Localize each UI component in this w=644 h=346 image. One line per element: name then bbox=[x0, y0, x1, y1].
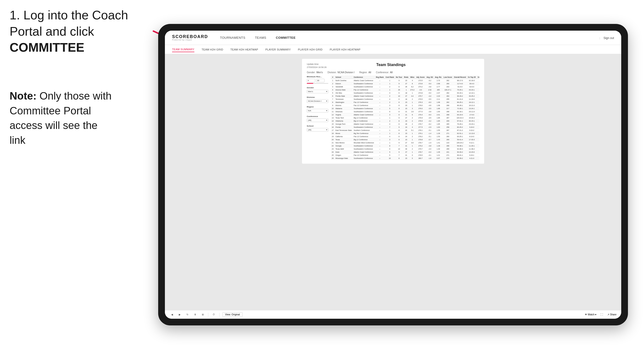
school-select-value: (All) bbox=[308, 129, 311, 131]
nav-committee[interactable]: COMMITTEE bbox=[276, 35, 296, 40]
table-row: 23Texas A&MSoutheastern Conference–91030… bbox=[331, 147, 479, 151]
subnav-team-h2h-grid[interactable]: TEAM H2H GRID bbox=[202, 47, 223, 52]
col-vs-top25: Vs Top 25 bbox=[467, 76, 477, 79]
region-filter: Region: All bbox=[359, 71, 371, 74]
col-rnds: Rnds bbox=[403, 76, 409, 79]
region-select[interactable]: N/A ▾ bbox=[307, 109, 328, 112]
header-right: | Sign out bbox=[600, 36, 614, 40]
gender-filter-label: Gender bbox=[307, 87, 328, 89]
section-title: Team Standings bbox=[327, 63, 456, 67]
table-row: 7TennesseeSoutheastern Conference–461822… bbox=[331, 98, 479, 101]
note-area: Note: Only those with Committee Portal a… bbox=[10, 89, 113, 147]
table-row: 19CaliforniaPac-12 Conference–48242278.2… bbox=[331, 135, 479, 138]
table-row: 1North CarolinaAtlantic Coast Conference… bbox=[331, 79, 479, 82]
division-select[interactable]: NCAA Division I ▾ bbox=[307, 99, 328, 103]
conference-label: Conference: bbox=[376, 71, 389, 74]
table-row: 25OregonPac-12 Conference–57210278.5-3.1… bbox=[331, 154, 479, 157]
content-card: Update time: 27/03/2024 16:56:26 Team St… bbox=[302, 59, 484, 164]
instruction-area: 1. Log into the Coach Portal and click C… bbox=[10, 7, 148, 56]
region-value: All bbox=[368, 71, 371, 74]
conference-filter-label: Conference bbox=[307, 115, 328, 118]
school-select[interactable]: (All) ▾ bbox=[307, 128, 328, 132]
col-overall-record: Overall Record bbox=[453, 76, 467, 79]
subnav-team-h2h-heatmap[interactable]: TEAM H2H HEATMAP bbox=[230, 47, 258, 52]
table-header-row: # School Conference Reg Rank Conf Rank N… bbox=[331, 76, 479, 79]
region-filter-label: Region bbox=[307, 106, 328, 108]
subnav-player-h2h-heatmap[interactable]: PLAYER H2H HEATMAP bbox=[330, 47, 360, 52]
division-chevron-icon: ▾ bbox=[326, 100, 327, 102]
conference-select[interactable]: (All) ▾ bbox=[307, 118, 328, 122]
sign-out-btn[interactable]: Sign out bbox=[604, 36, 614, 40]
school-filter-label: School bbox=[307, 125, 328, 127]
rounds-slider[interactable] bbox=[307, 83, 328, 84]
gender-select[interactable]: Men's ▾ bbox=[307, 90, 328, 93]
tablet-frame: SCOREBOARD Powered by clippd TOURNAMENTS… bbox=[158, 24, 628, 326]
forward-btn[interactable]: ▶ bbox=[177, 313, 182, 317]
table-row: 3VanderbiltSoutheastern Conference–28266… bbox=[331, 85, 479, 88]
region-chevron-icon: ▾ bbox=[326, 110, 327, 112]
view-original-btn[interactable]: View: Original bbox=[222, 312, 242, 317]
table-row: 4Arizona StatePac-12 Conference–1261274.… bbox=[331, 88, 479, 91]
nav-tournaments[interactable]: TOURNAMENTS bbox=[220, 35, 246, 40]
logo-main: SCOREBOARD bbox=[172, 34, 208, 39]
col-conference: Conference bbox=[353, 76, 375, 79]
update-time-value: 27/03/2024 16:56:26 bbox=[307, 66, 327, 69]
col-wins: Wins bbox=[409, 76, 416, 79]
download-btn[interactable]: ⬇ bbox=[193, 313, 198, 317]
filter-row: Gender: Men's Division: NCAA Division I … bbox=[307, 71, 479, 74]
toolbar-sep-1 bbox=[208, 313, 208, 317]
table-row: 8WashingtonPac-12 Conference–28231276.3-… bbox=[331, 101, 479, 104]
min-rounds-label: Minimum Rou... bbox=[307, 76, 328, 78]
division-value: NCAA Division I bbox=[338, 71, 354, 74]
division-label: Division: bbox=[328, 71, 337, 74]
conference-select-value: (All) bbox=[308, 119, 311, 121]
table-row: 21New MexicoMountain West Conference–192… bbox=[331, 141, 479, 144]
timer-icon: ⏱ bbox=[211, 313, 216, 317]
gender-group: Gender Men's ▾ bbox=[307, 87, 328, 93]
subnav-team-summary[interactable]: TEAM SUMMARY bbox=[172, 47, 194, 52]
subnav-player-h2h-grid[interactable]: PLAYER H2H GRID bbox=[298, 47, 322, 52]
sidebar-filters: Minimum Rou... Gender Men's ▾ bbox=[307, 76, 328, 160]
subnav-player-summary[interactable]: PLAYER SUMMARY bbox=[265, 47, 291, 52]
table-row: 11ArkansasSoutheastern Conference–68212.… bbox=[331, 110, 479, 113]
update-time-label: Update time: bbox=[307, 63, 327, 66]
division-filter-label: Division bbox=[307, 96, 328, 98]
table-row: 2AuburnSoutheastern Conference–19276273.… bbox=[331, 82, 479, 85]
main-content: Update time: 27/03/2024 16:56:26 Team St… bbox=[165, 54, 621, 310]
refresh-btn[interactable]: ↻ bbox=[185, 313, 190, 317]
conference-group: Conference (All) ▾ bbox=[307, 115, 328, 122]
table-row: 9ArizonaPac-12 Conference–38231278.0-4.6… bbox=[331, 104, 479, 107]
share-btn[interactable]: ↗ Share bbox=[607, 313, 616, 316]
table-row: 5Ole MissSoutheastern Conference–3618127… bbox=[331, 91, 479, 95]
gender-select-value: Men's bbox=[308, 90, 313, 93]
card-header: Update time: 27/03/2024 16:56:26 Team St… bbox=[307, 63, 479, 69]
tablet-screen: SCOREBOARD Powered by clippd TOURNAMENTS… bbox=[165, 31, 621, 319]
table-row: 22GeorgiaSoutheastern Conference–8721127… bbox=[331, 144, 479, 147]
back-btn[interactable]: ◀ bbox=[170, 313, 174, 317]
min-rounds-input-1[interactable] bbox=[307, 79, 315, 82]
region-label: Region: bbox=[359, 71, 368, 74]
fullscreen-btn[interactable]: ⛶ bbox=[599, 313, 604, 317]
view-original-label: View: Original bbox=[225, 313, 240, 316]
logo-sub: Powered by clippd bbox=[172, 39, 208, 41]
watch-btn[interactable]: 👁 Watch ▾ bbox=[585, 313, 596, 316]
col-low-score: Low Score bbox=[443, 76, 453, 79]
nav-teams[interactable]: TEAMS bbox=[255, 35, 266, 40]
region-group: Region N/A ▾ bbox=[307, 106, 328, 112]
col-reg-rank: Reg Rank bbox=[375, 76, 384, 79]
content-layout: Minimum Rou... Gender Men's ▾ bbox=[307, 76, 479, 160]
table-row: 18IllinoisBig Ten Conference–18231279.1-… bbox=[331, 132, 479, 135]
table-row: 16FloridaSoutheastern Conference–7924427… bbox=[331, 126, 479, 129]
table-row: 20TexasBig 12 Conference–38231278.8-0.71… bbox=[331, 138, 479, 141]
table-row: 12VirginiaAtlantic Coast Conference–3821… bbox=[331, 113, 479, 116]
min-rounds-group: Minimum Rou... bbox=[307, 76, 328, 84]
logo-area: SCOREBOARD Powered by clippd bbox=[172, 34, 208, 41]
col-school: School bbox=[334, 76, 353, 79]
col-avg-sg: Avg. SG bbox=[426, 76, 434, 79]
table-row: 10AlabamaSoutheastern Conference–5823327… bbox=[331, 107, 479, 110]
table-row: 14OklahomaBig 12 Conference–28242276.9-4… bbox=[331, 119, 479, 123]
min-rounds-input-2[interactable] bbox=[316, 79, 324, 82]
conference-value: All bbox=[390, 71, 392, 74]
copy-btn[interactable]: ⊞ bbox=[200, 313, 205, 317]
gender-filter: Gender: Men's bbox=[307, 71, 323, 74]
